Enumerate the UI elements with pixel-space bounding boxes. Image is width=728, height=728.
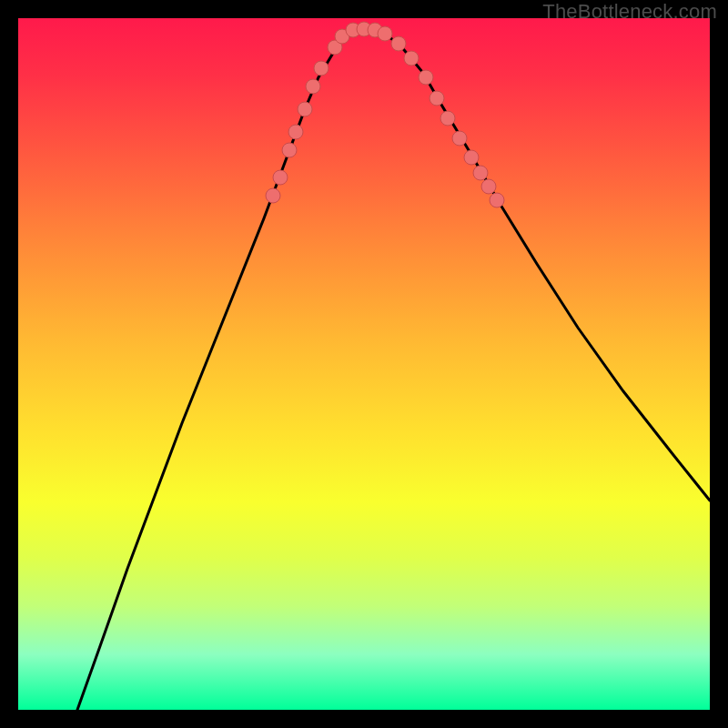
watermark-label: TheBottleneck.com — [542, 0, 717, 24]
highlight-dot — [298, 102, 312, 116]
highlight-dot — [288, 125, 303, 139]
highlight-dot — [314, 61, 329, 76]
highlight-dot — [419, 70, 433, 85]
highlight-dot — [490, 193, 504, 207]
highlight-dot — [440, 111, 455, 126]
highlight-dot — [282, 143, 297, 157]
highlight-dot — [473, 166, 488, 180]
chart-svg — [18, 18, 710, 710]
highlight-dot — [464, 150, 479, 165]
bottleneck-curve — [77, 29, 710, 710]
highlight-dot — [481, 179, 496, 194]
chart-frame — [18, 18, 710, 710]
highlight-dot — [378, 26, 392, 41]
highlight-dot — [273, 170, 288, 185]
highlight-dot — [391, 36, 406, 51]
highlight-dot — [266, 188, 280, 203]
highlight-dots-group — [266, 22, 504, 207]
highlight-dot — [404, 51, 419, 66]
highlight-dot — [306, 79, 320, 94]
highlight-dot — [430, 91, 444, 106]
highlight-dot — [452, 131, 467, 146]
